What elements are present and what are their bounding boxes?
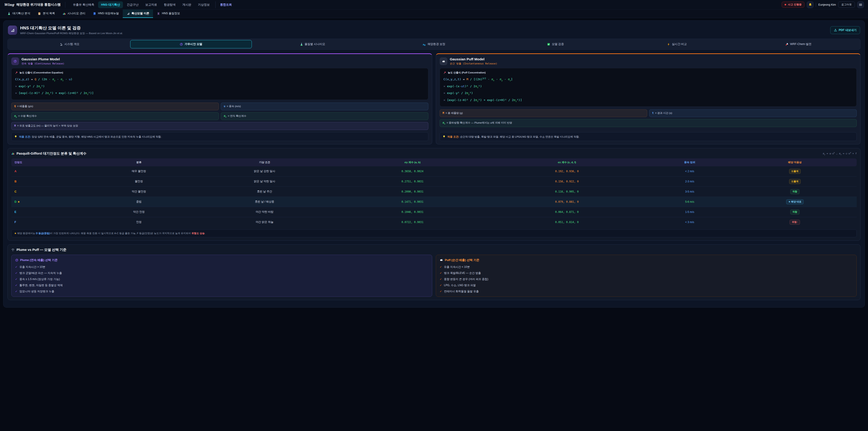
sigma-y-cell: 0.3658, 0.9024 xyxy=(338,166,487,177)
logout-button[interactable]: 로그아웃 xyxy=(838,2,855,8)
sigma-z-cell: 0.064, 0.871, 0 xyxy=(555,210,579,214)
wind-cell: 1-5 m/s xyxy=(685,210,694,214)
puff-equation-box: 농도 산출식 (Puff Concentration) C(x,y,z,t) =… xyxy=(440,68,857,107)
equation-line: × [exp(-(z-H)² / 2σz²) + exp(-(z+H)² / 2… xyxy=(443,97,853,104)
module-tab-label: HNS 물질정보 xyxy=(162,11,180,16)
parameter-description: = 풍하방향 확산계수 — Plume에서는 u에 의해 이미 반영 xyxy=(447,121,512,125)
check-mark: ✓ xyxy=(440,278,442,281)
grade-letter: C xyxy=(14,190,17,193)
module-tab-label: 확산모델 이론 xyxy=(131,11,149,16)
main-nav-item[interactable]: HNS·대기확산 xyxy=(98,1,123,8)
puff-criteria-card: Puff (순간 배출) 선택 기준 ✓ 유출 지속시간 < 10분 ✓ 탱크 … xyxy=(436,255,857,297)
class-cell: 약간 안정 xyxy=(86,207,192,217)
module-tab[interactable]: 대기확산 분석 xyxy=(4,9,34,18)
equation-line: C(x,y,z) = Q / (2π · σy · σz · u) xyxy=(15,76,425,83)
bar-chart-icon xyxy=(11,152,14,155)
module-tab[interactable]: 확산모델 이론 xyxy=(123,9,153,18)
table-row: C 약간 불안정 흐린 날 주간 0.2090, 0.9031 0.116, 0… xyxy=(11,186,857,196)
main-nav-item[interactable]: 보고자료 xyxy=(143,1,160,8)
menu-button[interactable] xyxy=(857,1,864,8)
wind-cell: 5-6 m/s xyxy=(685,200,694,204)
check-mark: ✓ xyxy=(15,265,18,269)
stability-table-title: Pasquill-Gifford 대기안정도 분류 및 확산계수 xyxy=(17,151,86,156)
model-selection-title: Plume vs Puff — 모델 선택 기준 xyxy=(17,248,66,252)
section-tab[interactable]: 시스템 개요 xyxy=(9,40,130,49)
sigma-y-cell: 0.2090, 0.9031 xyxy=(338,186,487,196)
section-tab[interactable]: WRF-Chem·발전 xyxy=(738,40,859,49)
plume-equation-label: 농도 산출식 (Concentration Equation) xyxy=(20,71,63,74)
module-tab-bar: 대기확산 분석 분석 목록 시나리오 관리 HNS 대응매뉴얼 확산모델 이론 … xyxy=(0,9,868,18)
sigma-y-cell: 0.1046, 0.9031 xyxy=(338,207,487,217)
criteria-text: 암모니아 냉동 저장탱크 누출 xyxy=(20,289,54,294)
plume-panel-title: Gaussian Plume Model xyxy=(22,57,64,61)
hamburger-menu-icon xyxy=(859,3,862,6)
plume-criteria-title: Plume (연속 배출) 선택 기준 xyxy=(20,258,58,262)
module-tab-icon xyxy=(38,12,41,15)
col-sigma-z: σz 계수 (c, d, f) xyxy=(487,158,647,166)
main-nav-item[interactable]: 기상정보 xyxy=(195,1,213,8)
applicability-badge: 위험↑ xyxy=(789,220,800,225)
grade-letter: E xyxy=(14,210,16,214)
main-nav-item[interactable]: 통합조회 xyxy=(215,1,235,8)
section-tab-bar: 시스템 개요 가우시안 모델 물질별 시나리오 해양환경 보정 모델 검증 xyxy=(7,39,861,50)
app-logo: Wing xyxy=(4,3,14,7)
applicability-badge: 적합 xyxy=(790,210,800,214)
section-tab-icon xyxy=(300,43,303,46)
main-nav-item[interactable]: 항공탐색 xyxy=(161,1,179,8)
grade-letter: B xyxy=(14,180,17,183)
parameter-symbol: u xyxy=(224,105,225,108)
section-tab[interactable]: 해양환경 보정 xyxy=(373,40,495,49)
sigma-formula-note: σy = a·xb , σz = c·xd + f xyxy=(823,152,857,155)
criteria-text: 풍향 변동이 큰 경우 (여러 퍼프 중첩) xyxy=(444,277,488,281)
notifications-button[interactable] xyxy=(807,1,813,8)
section-tab[interactable]: 모델 검증 xyxy=(495,40,616,49)
puff-cloud-icon xyxy=(442,60,445,63)
parameter-symbol: σx xyxy=(442,121,445,125)
divider xyxy=(816,3,816,7)
parameter-box: u = 풍속 (m/s) xyxy=(221,102,428,110)
section-tab[interactable]: 가우시안 모델 xyxy=(130,40,252,49)
module-tab-icon xyxy=(7,12,11,15)
module-tab-icon xyxy=(127,12,130,15)
bulb-icon xyxy=(442,135,445,138)
puff-criteria-title: Puff (순간 배출) 선택 기준 xyxy=(445,258,479,262)
module-tab[interactable]: 분석 목록 xyxy=(34,9,59,18)
module-tab-label: HNS 대응매뉴얼 xyxy=(98,11,119,16)
module-tab-label: 분석 목록 xyxy=(43,11,55,16)
page-header: HNS 대기확산 모델 이론 및 검증 WRF-Chem·Gaussian Pl… xyxy=(8,25,860,35)
parameter-symbol: σz xyxy=(224,114,226,118)
parameter-box: σy = 수평 확산계수 xyxy=(11,112,219,120)
pdf-export-button[interactable]: PDF 내보내기 xyxy=(830,26,860,34)
puff-usage-note: 적용 조건: 순간적 대량 방출, 폭발·탱크 파열. 해양 사고 중 LPG/… xyxy=(440,132,857,141)
plume-model-panel: Gaussian Plume Model 연속 방출 (Continuous R… xyxy=(7,53,432,145)
equation-line: C(x,y,z,t) = M / [(2π)3/2 · σx · σy · σz… xyxy=(443,76,853,83)
criteria-text: 톨루엔, 벤젠, 자일렌 등 증발성 액체 xyxy=(20,283,63,287)
table-row: F 안정 야간 맑은 하늘 0.0722, 0.9031 0.051, 0.81… xyxy=(11,217,857,227)
top-right-cluster: 사고 진행중 Eunjeong Kim 로그아웃 xyxy=(782,1,864,8)
table-row: E 약간 안정 야간 약한 바람 0.1046, 0.9031 0.064, 0… xyxy=(11,207,857,217)
section-tab-icon xyxy=(60,43,63,46)
section-tab[interactable]: 물질별 시나리오 xyxy=(252,40,373,49)
module-tab[interactable]: 시나리오 관리 xyxy=(59,9,89,18)
module-tab[interactable]: HNS 대응매뉴얼 xyxy=(89,9,123,18)
main-nav-item[interactable]: 게시판 xyxy=(180,1,194,8)
note-label: 적용 조건: xyxy=(447,135,459,138)
sigma-z-cell: 0.156, 0.922, 0 xyxy=(555,180,579,183)
section-tab[interactable]: 실시간 비교 xyxy=(616,40,738,49)
check-mark: ✓ xyxy=(440,284,442,287)
wind-cell: < 2 m/s xyxy=(685,170,694,173)
module-tab[interactable]: HNS 물질정보 xyxy=(153,9,184,18)
sigma-z-cell: 0.116, 0.905, 0 xyxy=(555,190,579,193)
main-nav-item[interactable]: 긴급구난 xyxy=(124,1,142,8)
equation-line: × exp(-y² / 2σy²) xyxy=(443,90,853,97)
check-mark: ✓ xyxy=(15,271,18,275)
grade-letter: D xyxy=(14,200,17,204)
applicability-badge: 드물게 xyxy=(789,179,801,184)
grade-letter: A xyxy=(14,170,17,173)
section-tab-icon xyxy=(667,43,670,46)
weather-cell: 맑은 날 약한 일사 xyxy=(191,176,338,186)
puff-panel-title: Gaussian Puff Model xyxy=(450,57,497,61)
main-nav-item[interactable]: 유출유 확산예측 xyxy=(70,1,97,8)
note-label: 적용 조건: xyxy=(19,135,31,138)
pdf-export-label: PDF 내보내기 xyxy=(839,28,857,32)
